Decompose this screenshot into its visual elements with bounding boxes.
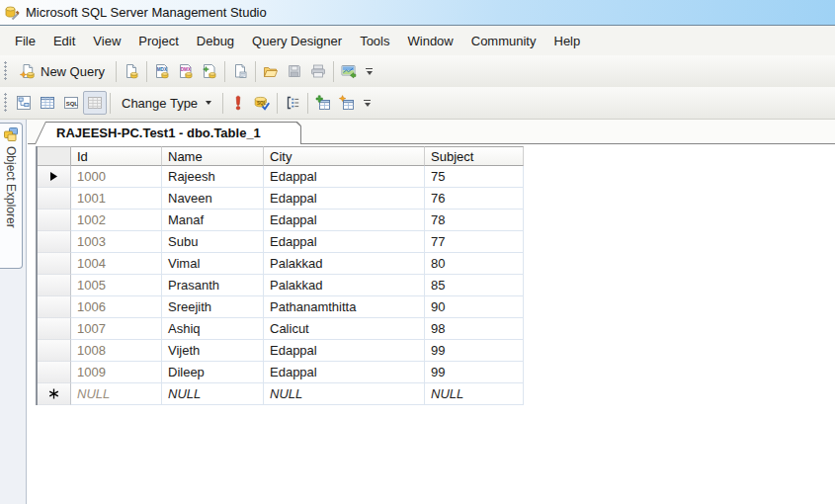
change-type-button[interactable]: Change Type	[114, 91, 219, 115]
cell-city[interactable]: Edappal	[264, 231, 425, 253]
cell-city[interactable]: Edappal	[264, 166, 425, 188]
open-file-button[interactable]	[259, 59, 283, 83]
show-diagram-pane-button[interactable]	[12, 91, 36, 115]
document-tab[interactable]: RAJEESH-PC.Test1 - dbo.Table_1	[35, 122, 301, 144]
cell-id[interactable]: 1005	[71, 275, 162, 296]
menu-community[interactable]: Community	[462, 29, 545, 53]
row-selector[interactable]	[38, 253, 71, 275]
sql-ce-query-button[interactable]	[228, 59, 252, 83]
cell-subject[interactable]: NULL	[425, 383, 524, 405]
cell-name[interactable]: Vijeth	[162, 340, 264, 362]
menu-debug[interactable]: Debug	[188, 29, 243, 53]
cell-city[interactable]: Calicut	[264, 318, 425, 340]
cell-name[interactable]: Sreejith	[162, 296, 264, 318]
cell-name[interactable]: Subu	[162, 231, 264, 253]
database-engine-query-button[interactable]	[120, 59, 143, 83]
toolbar-grip[interactable]	[4, 93, 8, 113]
menu-tools[interactable]: Tools	[351, 29, 398, 53]
execute-sql-button[interactable]	[226, 91, 250, 115]
add-new-derived-table-button[interactable]	[335, 91, 359, 115]
cell-name[interactable]: Rajeesh	[162, 166, 264, 188]
sidebar-item-object-explorer[interactable]: Object Explorer	[0, 123, 23, 269]
menu-bar: File Edit View Project Debug Query Desig…	[0, 26, 835, 55]
row-selector[interactable]	[38, 296, 71, 318]
cell-id[interactable]: 1002	[71, 210, 162, 231]
cell-id[interactable]: 1003	[71, 231, 162, 253]
row-selector[interactable]	[38, 210, 71, 231]
menu-view[interactable]: View	[84, 29, 129, 53]
column-header-id[interactable]: Id	[71, 146, 162, 166]
show-results-pane-button[interactable]	[83, 91, 107, 115]
analysis-services-mdx-query-button[interactable]: MDX	[150, 59, 174, 83]
cell-subject[interactable]: 99	[425, 340, 524, 362]
row-selector[interactable]	[38, 362, 71, 383]
cell-id[interactable]: NULL	[71, 383, 162, 405]
add-table-button[interactable]	[311, 91, 335, 115]
cell-subject[interactable]: 90	[425, 296, 524, 318]
cell-id[interactable]: 1009	[71, 362, 162, 383]
activity-monitor-icon	[341, 63, 357, 79]
cell-city[interactable]: Edappal	[264, 362, 425, 383]
column-header-name[interactable]: Name	[162, 146, 264, 166]
row-selector[interactable]	[38, 166, 71, 188]
show-criteria-pane-button[interactable]	[36, 91, 59, 115]
new-query-button[interactable]: New Query	[12, 59, 113, 83]
standard-toolbar: New Query MDX	[0, 55, 835, 87]
cell-name[interactable]: Vimal	[162, 253, 264, 275]
menu-project[interactable]: Project	[129, 29, 187, 53]
cell-name[interactable]: Naveen	[162, 188, 264, 210]
cell-id[interactable]: 1004	[71, 253, 162, 275]
cell-id[interactable]: 1007	[71, 318, 162, 340]
toolbar-grip[interactable]	[4, 61, 8, 81]
cell-subject[interactable]: 98	[425, 318, 524, 340]
cell-name[interactable]: NULL	[162, 383, 264, 405]
toolbar-options-icon[interactable]	[363, 59, 376, 83]
cell-id[interactable]: 1001	[71, 188, 162, 210]
row-selector[interactable]	[38, 383, 71, 405]
cell-city[interactable]: Edappal	[264, 210, 425, 231]
cell-subject[interactable]: 77	[425, 231, 524, 253]
toolbar-separator	[333, 61, 334, 82]
add-group-by-button[interactable]	[281, 91, 304, 115]
show-sql-pane-button[interactable]: SQL	[59, 91, 83, 115]
menu-file[interactable]: File	[6, 29, 44, 53]
cell-name[interactable]: Prasanth	[162, 275, 264, 296]
analysis-services-dmx-query-button[interactable]: DMX	[174, 59, 198, 83]
cell-subject[interactable]: 99	[425, 362, 524, 383]
cell-id[interactable]: 1008	[71, 340, 162, 362]
menu-query-designer[interactable]: Query Designer	[243, 29, 351, 53]
cell-name[interactable]: Manaf	[162, 210, 264, 231]
column-header-subject[interactable]: Subject	[425, 146, 524, 166]
cell-city[interactable]: Edappal	[264, 188, 425, 210]
table-row: 1005PrasanthPalakkad85	[38, 275, 524, 296]
menu-help[interactable]: Help	[545, 29, 590, 53]
row-selector[interactable]	[38, 188, 71, 210]
verify-sql-button[interactable]: SQL	[250, 91, 274, 115]
row-selector[interactable]	[38, 275, 71, 296]
analysis-services-xmla-query-button[interactable]	[198, 59, 221, 83]
menu-window[interactable]: Window	[399, 29, 462, 53]
cell-city[interactable]: NULL	[264, 383, 425, 405]
cell-subject[interactable]: 80	[425, 253, 524, 275]
menu-edit[interactable]: Edit	[44, 29, 84, 53]
activity-monitor-button[interactable]	[337, 59, 361, 83]
show-criteria-pane-icon	[40, 95, 55, 111]
cell-city[interactable]: Palakkad	[264, 275, 425, 296]
cell-city[interactable]: Palakkad	[264, 253, 425, 275]
cell-id[interactable]: 1006	[71, 296, 162, 318]
row-selector[interactable]	[38, 318, 71, 340]
cell-id[interactable]: 1000	[71, 166, 162, 188]
cell-name[interactable]: Dileep	[162, 362, 264, 383]
cell-city[interactable]: Pathanamthitta	[264, 296, 425, 318]
row-selector[interactable]	[38, 340, 71, 362]
cell-city[interactable]: Edappal	[264, 340, 425, 362]
column-header-city[interactable]: City	[264, 146, 425, 166]
cell-subject[interactable]: 76	[425, 188, 524, 210]
cell-subject[interactable]: 78	[425, 210, 524, 231]
cell-subject[interactable]: 85	[425, 275, 524, 296]
cell-subject[interactable]: 75	[425, 166, 524, 188]
cell-name[interactable]: Ashiq	[162, 318, 264, 340]
row-selector[interactable]	[38, 231, 71, 253]
grid-corner-cell[interactable]	[38, 146, 71, 166]
toolbar-options-icon[interactable]	[361, 91, 374, 115]
